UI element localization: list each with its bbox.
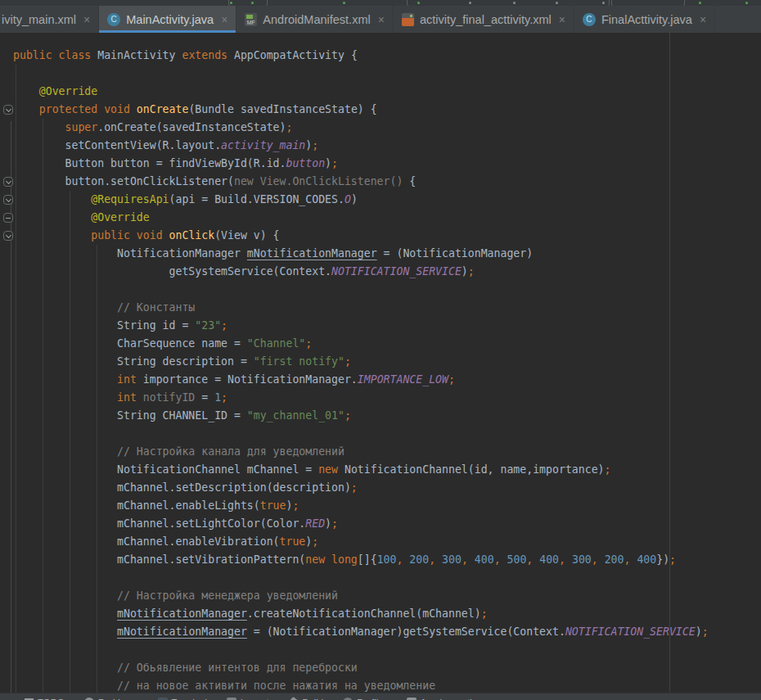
code-line[interactable]: NotificationChannel mChannel = new Notif…	[13, 461, 709, 479]
code-token: 400	[539, 553, 559, 566]
code-token: "Channel"	[247, 337, 305, 350]
code-line[interactable]: String CHANNEL_ID = "my_channel_01";	[13, 407, 709, 425]
code-line[interactable]: mChannel.setLightColor(Color.RED);	[13, 515, 709, 533]
tool-window-button-profiler[interactable]: Profiler	[343, 698, 386, 700]
code-line[interactable]: public void onClick(View v) {	[13, 227, 709, 245]
code-line[interactable]: int notifyID = 1;	[13, 389, 709, 407]
tool-window-button-todo[interactable]: TODO	[25, 698, 65, 700]
code-token: = (NotificationManager)getSystemService(…	[247, 625, 565, 638]
code-token: 500	[507, 553, 527, 566]
code-token: 200	[605, 553, 624, 566]
code-token: = (NotificationManager)	[377, 247, 534, 260]
tool-window-button-logcat[interactable]: Logcat	[227, 698, 269, 700]
toolbar-dot	[556, 2, 558, 4]
tool-window-button-problems[interactable]: Problems	[84, 698, 138, 700]
tab-close-icon[interactable]: ×	[83, 14, 90, 25]
code-line[interactable]: @RequiresApi(api = Build.VERSION_CODES.O…	[13, 191, 709, 209]
code-line[interactable]	[13, 641, 709, 659]
tab-label: FinalActtivity.java	[601, 13, 692, 26]
code-line[interactable]: mChannel.enableLights(true);	[13, 497, 709, 515]
code-line[interactable]: button.setOnClickListener(new View.OnCli…	[13, 173, 709, 191]
code-line[interactable]: mChannel.enableVibration(true);	[13, 533, 709, 551]
code-token: ;	[221, 391, 227, 404]
toolbar-dot	[469, 2, 471, 4]
code-line[interactable]: mNotificationManager = (NotificationMana…	[13, 623, 709, 641]
code-area[interactable]: public class MainActivity extends AppCom…	[13, 47, 709, 693]
code-line[interactable]: super.onCreate(savedInstanceState);	[13, 119, 709, 137]
code-line[interactable]: mChannel.setVibrationPattern(new long[]{…	[13, 551, 709, 569]
code-token: int	[13, 373, 143, 386]
code-token: Button button = findViewById(R.id.	[13, 157, 286, 169]
profiler-icon	[343, 698, 353, 700]
code-token: AppCompatActivity {	[234, 49, 358, 61]
code-line[interactable]: getSystemService(Context.NOTIFICATION_SE…	[13, 263, 709, 281]
code-line[interactable]: // Обьявление интентов для переброски	[13, 659, 709, 677]
code-token: 400	[637, 553, 656, 566]
tab-mainactivity-java[interactable]: CMainActivity.java×	[99, 6, 236, 33]
code-token: ;	[331, 517, 338, 530]
tab-label: activity_final_acttivity.xml	[420, 13, 552, 26]
code-token: String id =	[13, 319, 195, 332]
toolbar-dot	[602, 2, 605, 4]
code-line[interactable]	[13, 281, 709, 299]
code-line[interactable]: CharSequence name = "Channel";	[13, 335, 709, 353]
code-token: (api = Build.VERSION_CODES.	[169, 193, 344, 205]
code-token: NotificationChannel(id, name,importance)	[344, 463, 605, 476]
tab-androidmanifest-xml[interactable]: MFAndroidManifest.xml×	[236, 6, 394, 33]
code-line[interactable]: // Настройка менеджера уведомлений	[13, 587, 709, 605]
code-token: public class	[13, 49, 97, 61]
tab-finalacttivity-java[interactable]: CFinalActtivity.java×	[574, 6, 715, 33]
code-token: ;	[448, 373, 455, 386]
toolbar-dot	[230, 2, 232, 4]
code-token: "first notify"	[254, 355, 344, 368]
tab-activity-final-acttivity-xml[interactable]: activity_final_acttivity.xml×	[394, 6, 574, 33]
code-line[interactable]: // Константы	[13, 299, 709, 317]
code-line[interactable]	[13, 569, 709, 587]
toolbar-dot	[251, 2, 254, 4]
code-line[interactable]: Button button = findViewById(R.id.button…	[13, 155, 709, 173]
code-line[interactable]: String id = "23";	[13, 317, 709, 335]
tab-close-icon[interactable]: ×	[700, 14, 706, 25]
toolbar-widget[interactable]	[611, 0, 685, 6]
tab-close-icon[interactable]: ×	[559, 14, 565, 25]
tool-window-button-app-inspection[interactable]: App Inspection	[407, 698, 483, 700]
gutter-fold-line	[11, 121, 11, 693]
tool-window-button-build[interactable]: Build	[289, 698, 324, 700]
code-token: ,	[559, 553, 572, 566]
code-line[interactable]: int importance = NotificationManager.IMP…	[13, 371, 709, 389]
logcat-icon	[227, 698, 236, 700]
code-token: mNotificationManager	[117, 625, 247, 638]
tab-close-icon[interactable]: ×	[221, 14, 227, 25]
fold-marker-icon[interactable]	[3, 213, 13, 223]
code-token: mNotificationManager	[117, 607, 247, 620]
code-token: // Настройка канала для уведомлений	[13, 445, 344, 458]
code-line[interactable]: setContentView(R.layout.activity_main);	[13, 137, 709, 155]
code-line[interactable]: // Настройка канала для уведомлений	[13, 443, 709, 461]
fold-marker-icon[interactable]	[3, 177, 13, 187]
code-line[interactable]	[13, 425, 709, 443]
code-line[interactable]: @Override	[13, 83, 709, 101]
fold-marker-icon[interactable]	[3, 105, 13, 115]
code-line[interactable]: // на новое активити после нажатия на ув…	[13, 677, 709, 693]
code-token	[13, 607, 117, 620]
code-token: mChannel.setLightColor(Color.	[13, 517, 305, 530]
tab-ivity-main-xml[interactable]: ivity_main.xml×	[0, 6, 99, 33]
code-token: NOTIFICATION_SERVICE	[565, 625, 696, 638]
tool-window-button-terminal[interactable]: Terminal	[158, 698, 207, 700]
code-editor[interactable]: public class MainActivity extends AppCom…	[0, 33, 761, 693]
code-token: )	[351, 193, 358, 205]
toolbar-widget[interactable]	[228, 0, 268, 6]
code-line[interactable]: public class MainActivity extends AppCom…	[13, 47, 709, 65]
code-token: "23"	[195, 319, 221, 332]
code-line[interactable]: mChannel.setDescription(description);	[13, 479, 709, 497]
fold-marker-icon[interactable]	[3, 231, 13, 241]
code-line[interactable]	[13, 65, 709, 83]
code-line[interactable]: String description = "first notify";	[13, 353, 709, 371]
toolbar-widget[interactable]	[407, 0, 610, 6]
code-line[interactable]: protected void onCreate(Bundle savedInst…	[13, 101, 709, 119]
code-line[interactable]: mNotificationManager.createNotificationC…	[13, 605, 709, 623]
fold-marker-icon[interactable]	[3, 195, 13, 205]
code-line[interactable]: NotificationManager mNotificationManager…	[13, 245, 709, 263]
tab-close-icon[interactable]: ×	[378, 14, 385, 25]
code-line[interactable]: @Override	[13, 209, 709, 227]
